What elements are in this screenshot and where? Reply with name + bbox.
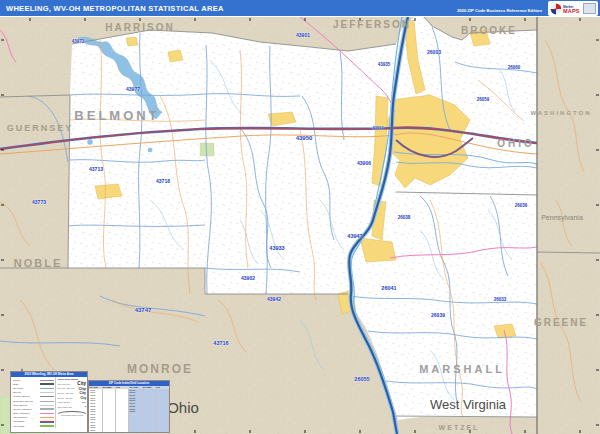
legend-item-label: Toll Roads: [13, 425, 40, 428]
legend-item: Toll Roads: [13, 424, 54, 428]
zip-index-table: ZIP Code Index/Grid Location ZIP Code ZI…: [88, 380, 170, 433]
legend-item-label: Minor Streets: [13, 404, 40, 407]
legend-item-label: State Highways: [13, 412, 40, 415]
city-size-sample: City: [81, 396, 86, 400]
logo-edition-badge: [583, 3, 596, 14]
map-canvas: HARRISON JEFFERSON BROOKE GUERNSEY BELMO…: [0, 17, 600, 434]
legend-item-label: ZIP Code: [13, 387, 40, 390]
city-size-range: 25,000 - 50,000: [58, 397, 73, 399]
legend-line-sample: [40, 396, 54, 397]
city-size-range: 100,000 - 250,000: [58, 387, 75, 389]
globe-logo-icon: [550, 3, 562, 15]
edition-label: 2020 ZIP Code Business Reference Edition: [457, 8, 542, 13]
legend-item-label: US Highways: [13, 416, 40, 419]
legend-cities-column: Cities and Towns Over 250,000 City 100,0…: [55, 377, 87, 428]
publisher-logo: Market MAPS: [548, 1, 598, 16]
legend-item-label: Primary Streets: [13, 395, 40, 398]
city-size-range: Under 25,000: [58, 401, 71, 403]
city-size-sample: City: [85, 405, 86, 409]
legend-line-sample: [40, 401, 54, 402]
scale-bar: Approximate Scale in Miles: [58, 411, 87, 416]
city-size-range: Over 250,000: [58, 383, 71, 385]
legend-line-sample: [40, 425, 54, 426]
legend-item-label: Interstates: [13, 420, 40, 423]
legend-line-sample: [40, 408, 54, 410]
zip-table-right: ZIP Code ZIP Name Grid 26003: [129, 386, 169, 432]
city-size-sample: City: [80, 391, 86, 395]
map-graphic: [0, 17, 600, 434]
scale-label: Approximate Scale in Miles: [58, 414, 87, 416]
map-title: WHEELING, WV-OH METROPOLITAN STATISTICAL…: [6, 4, 224, 13]
legend-line-sample: [40, 392, 54, 393]
logo-text: Market MAPS: [563, 5, 580, 13]
legend-line-sample: [40, 405, 54, 406]
legend-line-sample: [40, 388, 54, 389]
legend-line-sample: [40, 417, 54, 418]
legend-item-label: Streets: [13, 391, 40, 394]
zip-table-left: ZIP Code ZIP Name Grid 43713: [89, 386, 129, 432]
city-size-range: Non-Visible ZIP: [58, 406, 72, 408]
map-legend: 2020 Wheeling, WV-OH Metro Area County S…: [10, 371, 88, 433]
legend-symbol-list: County State ZIP Code: [11, 377, 55, 428]
city-size-range: 50,000 - 100,000: [58, 392, 74, 394]
legend-item-label: County: [13, 379, 40, 382]
legend-line-sample: [40, 383, 54, 385]
zip-row: 43977: [89, 429, 129, 432]
legend-line-sample: [40, 421, 54, 423]
page: WHEELING, WV-OH METROPOLITAN STATISTICAL…: [0, 0, 600, 434]
legend-item-label: Secondary Streets: [13, 400, 40, 403]
city-size-sample: City: [82, 401, 86, 404]
city-size-row: Non-Visible ZIP City: [58, 404, 87, 409]
title-bar: WHEELING, WV-OH METROPOLITAN STATISTICAL…: [0, 0, 600, 17]
legend-line-sample: [40, 413, 54, 414]
legend-item-label: State: [13, 383, 40, 386]
zip-row: [129, 429, 169, 432]
legend-line-sample: [40, 380, 54, 381]
legend-item-label: County Highways: [13, 408, 40, 411]
